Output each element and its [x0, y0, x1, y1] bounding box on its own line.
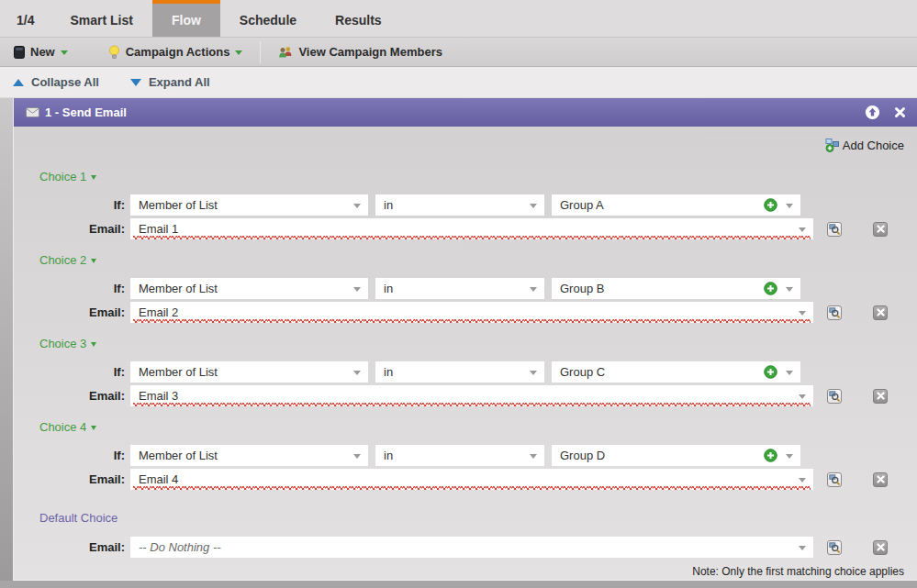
delete-step-button[interactable] [894, 106, 906, 118]
if-label: If: [14, 198, 125, 212]
view-campaign-members-button[interactable]: View Campaign Members [268, 38, 453, 66]
choice-4-block: Choice 4 If: Member of List in Group D [14, 419, 917, 490]
attribute-select[interactable]: Member of List [130, 445, 368, 466]
flow-canvas: 1 - Send Email Add Choice [0, 98, 917, 581]
value-text: Group A [560, 198, 604, 212]
remove-default-button[interactable] [873, 540, 888, 555]
tab-schedule[interactable]: Schedule [220, 0, 316, 37]
email-value: -- Do Nothing -- [139, 540, 221, 554]
preview-email-button[interactable] [827, 305, 842, 320]
attribute-select[interactable]: Member of List [130, 361, 368, 383]
value-select[interactable]: Group A [552, 194, 800, 216]
triangle-up-icon [13, 79, 24, 86]
if-label: If: [14, 449, 125, 462]
chevron-down-icon [799, 478, 806, 483]
expand-all-label: Expand All [149, 75, 210, 89]
toolbar: New Campaign Actions View Campaign Membe… [0, 38, 917, 67]
email-select[interactable]: Email 4 [130, 469, 813, 490]
collapse-all-label: Collapse All [31, 75, 99, 89]
choice-3-menu[interactable]: Choice 3 [39, 336, 917, 350]
matching-note: Note: Only the first matching choice app… [14, 565, 917, 578]
preview-email-button[interactable] [827, 222, 842, 237]
tab-bar: 1/4 Smart List Flow Schedule Results [0, 0, 917, 38]
operator-select[interactable]: in [375, 278, 544, 299]
collapse-expand-bar: Collapse All Expand All [0, 67, 917, 98]
value-select[interactable]: Group C [552, 361, 800, 383]
chevron-down-icon [353, 371, 361, 375]
flow-step-header[interactable]: 1 - Send Email [14, 98, 917, 127]
choice-1-label: Choice 1 [39, 170, 86, 183]
spellcheck-underline [133, 486, 811, 490]
attribute-select[interactable]: Member of List [130, 278, 368, 299]
choice-3-block: Choice 3 If: Member of List in Group C [14, 336, 917, 406]
choice-2-menu[interactable]: Choice 2 [39, 252, 917, 267]
remove-choice-button[interactable] [873, 222, 888, 237]
operator-select[interactable]: in [375, 445, 544, 466]
default-email-select[interactable]: -- Do Nothing -- [130, 537, 813, 558]
remove-choice-button[interactable] [873, 305, 888, 320]
expand-all-button[interactable]: Expand All [130, 75, 210, 89]
add-choice-button[interactable]: Add Choice [843, 139, 904, 152]
email-label: Email: [14, 472, 125, 486]
preview-email-button[interactable] [827, 540, 842, 555]
chevron-down-icon [91, 175, 96, 180]
attribute-value: Member of List [139, 365, 218, 379]
default-choice-label: Default Choice [39, 511, 917, 526]
choice-1-block: Choice 1 If: Member of List in Group A [14, 169, 917, 239]
add-value-icon[interactable] [764, 365, 777, 379]
preview-email-button[interactable] [827, 472, 842, 487]
value-select[interactable]: Group D [552, 445, 800, 466]
add-value-icon[interactable] [764, 282, 777, 295]
chevron-down-icon [530, 204, 537, 208]
choice-2-block: Choice 2 If: Member of List in Group B [14, 252, 917, 323]
email-label: Email: [14, 389, 125, 403]
default-choice-block: Default Choice Email: -- Do Nothing -- [14, 511, 917, 558]
campaign-actions-button[interactable]: Campaign Actions [98, 38, 253, 66]
choice-4-menu[interactable]: Choice 4 [39, 419, 917, 434]
email-value: Email 4 [139, 472, 178, 486]
email-value: Email 2 [139, 305, 178, 319]
tab-results[interactable]: Results [316, 0, 401, 37]
attribute-value: Member of List [139, 449, 218, 462]
operator-select[interactable]: in [375, 194, 544, 216]
if-label: If: [14, 365, 125, 379]
add-value-icon[interactable] [764, 449, 777, 462]
chevron-down-icon [91, 342, 96, 347]
flow-step-title: 1 - Send Email [45, 105, 865, 119]
add-choice-icon [825, 138, 840, 152]
preview-email-button[interactable] [827, 389, 842, 404]
tab-flow[interactable]: Flow [152, 0, 220, 37]
spellcheck-underline [133, 319, 811, 323]
chevron-down-icon [786, 204, 793, 208]
remove-choice-button[interactable] [873, 389, 888, 404]
remove-choice-button[interactable] [873, 472, 888, 487]
chevron-down-icon [786, 454, 793, 459]
email-select[interactable]: Email 1 [130, 218, 813, 239]
collapse-all-button[interactable]: Collapse All [13, 75, 99, 89]
choice-2-label: Choice 2 [39, 253, 86, 267]
new-button[interactable]: New [4, 38, 78, 66]
collapse-step-button[interactable] [865, 105, 880, 120]
email-select[interactable]: Email 2 [130, 302, 813, 323]
campaign-actions-label: Campaign Actions [126, 45, 230, 59]
operator-value: in [384, 198, 393, 212]
operator-select[interactable]: in [375, 361, 544, 383]
tab-smart-list[interactable]: Smart List [50, 0, 151, 37]
spellcheck-underline [133, 403, 811, 406]
attribute-select[interactable]: Member of List [130, 194, 368, 216]
view-campaign-members-label: View Campaign Members [298, 45, 442, 59]
choice-1-menu[interactable]: Choice 1 [39, 169, 917, 183]
operator-value: in [384, 449, 393, 462]
chevron-down-icon [799, 227, 806, 232]
envelope-icon [26, 107, 39, 117]
chevron-down-icon [799, 311, 806, 316]
chevron-down-icon [530, 287, 537, 292]
add-value-icon[interactable] [764, 198, 777, 212]
email-select[interactable]: Email 3 [130, 385, 813, 406]
chevron-down-icon [353, 204, 361, 208]
operator-value: in [384, 282, 393, 295]
new-button-label: New [30, 45, 55, 59]
tab-step-indicator[interactable]: 1/4 [0, 0, 50, 37]
value-select[interactable]: Group B [552, 278, 800, 299]
spellcheck-underline [133, 236, 811, 239]
